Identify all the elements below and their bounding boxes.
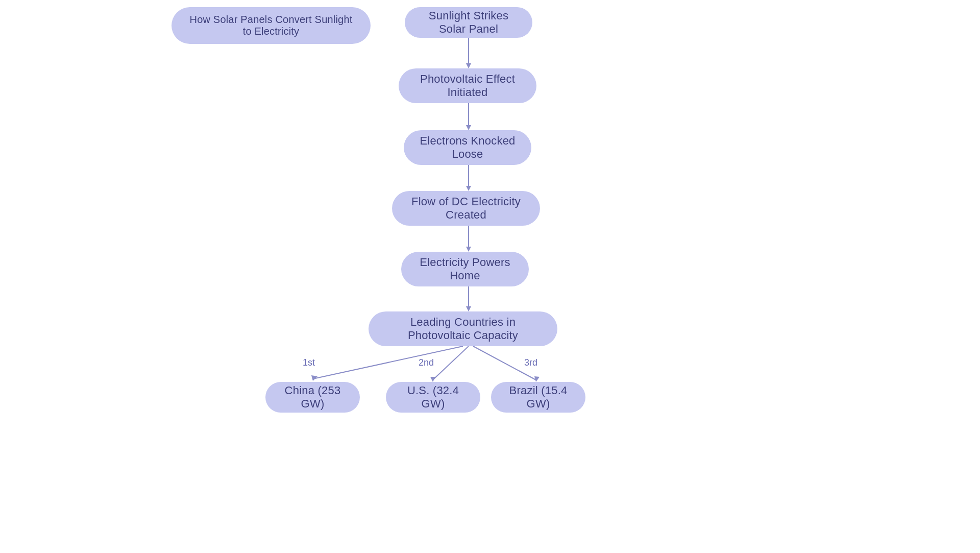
svg-marker-15 [534,376,540,382]
china-text: China (253 GW) [280,384,346,411]
title-node: How Solar Panels Convert Sunlight to Ele… [172,7,371,44]
sunlight-node: Sunlight Strikes Solar Panel [405,7,532,38]
dc-node: Flow of DC Electricity Created [392,191,540,226]
home-text: Electricity Powers Home [415,256,514,282]
rank-second-label: 2nd [419,357,434,368]
svg-marker-9 [466,306,471,311]
svg-marker-7 [466,247,471,252]
brazil-node: Brazil (15.4 GW) [491,382,585,413]
svg-line-12 [433,346,469,380]
rank-third-text: 3rd [524,357,537,368]
sunlight-text: Sunlight Strikes Solar Panel [419,9,518,36]
photovoltaic-node: Photovoltaic Effect Initiated [399,68,536,103]
diagram-container: How Solar Panels Convert Sunlight to Ele… [0,0,980,553]
electrons-text: Electrons Knocked Loose [418,134,517,161]
us-node: U.S. (32.4 GW) [386,382,480,413]
svg-marker-5 [466,186,471,191]
brazil-text: Brazil (15.4 GW) [505,384,571,411]
photovoltaic-text: Photovoltaic Effect Initiated [413,73,522,99]
title-text: How Solar Panels Convert Sunlight to Ele… [186,14,356,37]
leading-text: Leading Countries in Photovoltaic Capaci… [383,316,543,342]
rank-first-text: 1st [303,357,315,368]
rank-second-text: 2nd [419,357,434,368]
svg-line-10 [313,346,463,379]
svg-marker-11 [311,375,317,381]
home-node: Electricity Powers Home [401,252,529,286]
dc-text: Flow of DC Electricity Created [406,195,526,222]
china-node: China (253 GW) [265,382,360,413]
rank-first-label: 1st [303,357,315,368]
svg-marker-1 [466,63,471,68]
rank-third-label: 3rd [524,357,537,368]
us-text: U.S. (32.4 GW) [400,384,466,411]
svg-marker-13 [430,377,435,382]
svg-marker-3 [466,125,471,130]
electrons-node: Electrons Knocked Loose [404,130,531,165]
leading-node: Leading Countries in Photovoltaic Capaci… [369,311,557,346]
